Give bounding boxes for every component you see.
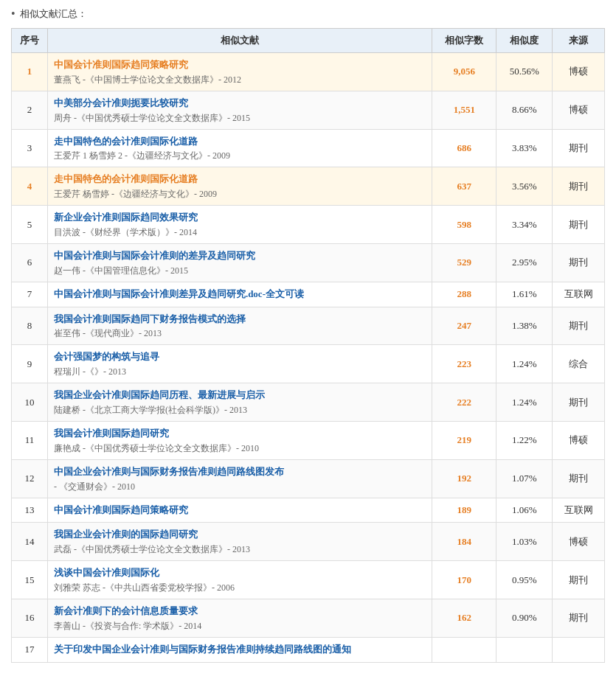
table-row-chars: 223 [432,345,496,383]
table-row-similarity: 50.56% [496,53,553,91]
table-row-title-cell: 中美部分会计准则扼要比较研究周舟 -《中国优秀硕士学位论文全文数据库》- 201… [47,91,432,129]
doc-title[interactable]: 会计强国梦的构筑与追寻 [54,349,426,365]
table-row-similarity: 1.03% [496,523,553,561]
doc-meta: 王爱芹 杨雪婷 -《边疆经济与文化》- 2009 [54,187,426,201]
doc-title[interactable]: 我国会计准则国际趋同下财务报告模式的选择 [54,312,426,327]
doc-title[interactable]: 走中国特色的会计准则国际化道路 [54,172,426,187]
table-row-similarity: 1.24% [496,345,553,383]
table-row-chars: 598 [432,206,496,244]
table-row-seq: 1 [12,53,48,91]
table-row-source: 期刊 [553,243,605,282]
table-row-seq: 17 [12,637,48,662]
doc-meta: 崔至伟 -《现代商业》- 2013 [54,327,426,340]
table-row-title-cell: 中国会计准则国际趋同策略研究董燕飞 -《中国博士学位论文全文数据库》- 2012 [47,53,432,91]
doc-meta: - 《交通财会》- 2010 [54,480,426,493]
table-row-similarity [496,637,553,662]
table-row-source: 博硕 [553,91,605,129]
table-row-source: 期刊 [553,307,605,345]
table-row-similarity: 8.66% [496,91,553,129]
doc-title[interactable]: 我国企业会计准则国际趋同历程、最新进展与启示 [54,388,426,403]
col-header-similarity: 相似度 [496,29,553,53]
table-row-source: 期刊 [553,383,605,422]
table-row-title-cell: 关于印发中国企业会计准则与国际财务报告准则持续趋同路线图的通知 [47,637,432,662]
doc-meta: 目洪波 -《财经界（学术版）》- 2014 [54,226,426,239]
table-row-similarity: 1.24% [496,383,553,422]
table-row-similarity: 1.07% [496,459,553,498]
doc-meta: 董燕飞 -《中国博士学位论文全文数据库》- 2012 [54,73,426,86]
table-row-source: 综合 [553,345,605,383]
table-row-chars: 184 [432,523,496,561]
doc-meta: 刘雅荣 苏志 -《中共山西省委党校学报》- 2006 [54,581,426,594]
table-row-similarity: 0.95% [496,561,553,599]
doc-meta: 陆建桥 -《北京工商大学学报(社会科学版)》- 2013 [54,403,426,417]
table-row-seq: 10 [12,383,48,422]
table-row-seq: 7 [12,282,48,307]
doc-title[interactable]: 走中国特色的会计准则国际化道路 [54,134,426,150]
table-row-similarity: 1.06% [496,498,553,523]
doc-meta: 王爱芹 1 杨雪婷 2 -《边疆经济与文化》- 2009 [54,149,426,162]
table-row-chars: 686 [432,129,496,167]
table-row-source: 期刊 [553,459,605,498]
table-row-source: 博硕 [553,53,605,91]
doc-meta: 李善山 -《投资与合作: 学术版》- 2014 [54,619,426,633]
table-row-similarity: 3.34% [496,206,553,244]
doc-title[interactable]: 中国会计准则与国际会计准则的差异及趋同研究 [54,248,426,264]
col-header-chars: 相似字数 [432,29,496,53]
table-row-seq: 9 [12,345,48,383]
doc-title[interactable]: 中国会计准则与国际会计准则差异及趋同研究.doc-全文可读 [54,287,426,302]
table-row-seq: 16 [12,599,48,637]
table-row-title-cell: 走中国特色的会计准则国际化道路王爱芹 杨雪婷 -《边疆经济与文化》- 2009 [47,167,432,206]
table-row-source: 期刊 [553,129,605,167]
table-row-title-cell: 新会计准则下的会计信息质量要求李善山 -《投资与合作: 学术版》- 2014 [47,599,432,637]
table-row-seq: 12 [12,459,48,498]
table-row-chars: 192 [432,459,496,498]
table-row-title-cell: 浅谈中国会计准则国际化刘雅荣 苏志 -《中共山西省委党校学报》- 2006 [47,561,432,599]
table-row-chars: 288 [432,282,496,307]
doc-title[interactable]: 中国会计准则国际趋同策略研究 [54,58,426,73]
doc-meta: 廉艳成 -《中国优秀硕士学位论文全文数据库》- 2010 [54,442,426,455]
table-row-chars: 219 [432,421,496,459]
table-row-seq: 3 [12,129,48,167]
doc-meta: 赵一伟 -《中国管理信息化》- 2015 [54,264,426,277]
table-row-similarity: 1.61% [496,282,553,307]
table-row-source: 互联网 [553,498,605,523]
table-row-title-cell: 我国会计准则国际趋同下财务报告模式的选择崔至伟 -《现代商业》- 2013 [47,307,432,345]
doc-meta: 程瑞川 -《》- 2013 [54,365,426,378]
doc-meta: 周舟 -《中国优秀硕士学位论文全文数据库》- 2015 [54,111,426,125]
table-row-chars [432,637,496,662]
table-row-title-cell: 我国会计准则国际趋同研究廉艳成 -《中国优秀硕士学位论文全文数据库》- 2010 [47,421,432,459]
table-row-seq: 13 [12,498,48,523]
doc-title[interactable]: 关于印发中国企业会计准则与国际财务报告准则持续趋同路线图的通知 [54,642,426,658]
doc-meta: 武磊 -《中国优秀硕士学位论文全文数据库》- 2013 [54,543,426,556]
col-header-seq: 序号 [12,29,48,53]
table-row-chars: 529 [432,243,496,282]
table-row-source: 期刊 [553,167,605,206]
table-row-source: 期刊 [553,561,605,599]
doc-title[interactable]: 中国会计准则国际趋同策略研究 [54,503,426,518]
table-row-seq: 8 [12,307,48,345]
section-header: • 相似文献汇总： [11,7,605,21]
table-header: 序号 相似文献 相似字数 相似度 来源 [12,29,605,53]
table-row-chars: 9,056 [432,53,496,91]
doc-title[interactable]: 我国会计准则国际趋同研究 [54,426,426,442]
table-row-source: 期刊 [553,206,605,244]
doc-title[interactable]: 新会计准则下的会计信息质量要求 [54,604,426,619]
table-row-source: 博硕 [553,421,605,459]
table-body: 1中国会计准则国际趋同策略研究董燕飞 -《中国博士学位论文全文数据库》- 201… [12,53,605,663]
col-header-title: 相似文献 [47,29,432,53]
table-row-seq: 2 [12,91,48,129]
table-row-seq: 14 [12,523,48,561]
table-row-source [553,637,605,662]
doc-title[interactable]: 浅谈中国会计准则国际化 [54,565,426,581]
table-row-source: 互联网 [553,282,605,307]
table-row-chars: 247 [432,307,496,345]
doc-title[interactable]: 新企业会计准则国际趋同效果研究 [54,210,426,226]
table-row-seq: 15 [12,561,48,599]
table-row-title-cell: 我国企业会计准则的国际趋同研究武磊 -《中国优秀硕士学位论文全文数据库》- 20… [47,523,432,561]
doc-title[interactable]: 中美部分会计准则扼要比较研究 [54,96,426,111]
table-row-title-cell: 我国企业会计准则国际趋同历程、最新进展与启示陆建桥 -《北京工商大学学报(社会科… [47,383,432,422]
table-row-source: 期刊 [553,599,605,637]
doc-title[interactable]: 我国企业会计准则的国际趋同研究 [54,527,426,543]
table-row-chars: 1,551 [432,91,496,129]
doc-title[interactable]: 中国企业会计准则与国际财务报告准则趋同路线图发布 [54,464,426,480]
